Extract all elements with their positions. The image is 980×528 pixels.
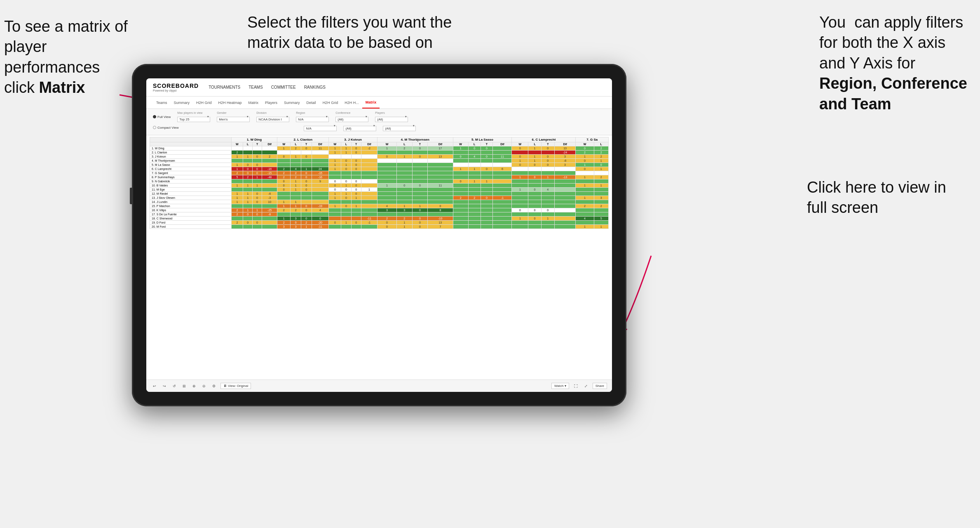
- matrix-cell: [512, 171, 528, 175]
- matrix-cell: [512, 212, 528, 217]
- watch-button[interactable]: Watch ▾: [551, 383, 569, 389]
- zoom-out-btn[interactable]: ⊖: [201, 383, 207, 389]
- sub-nav-h2h-h[interactable]: H2H H...: [341, 97, 362, 108]
- matrix-cell: [468, 151, 481, 155]
- matrix-cell: 1: [329, 196, 341, 200]
- players-select-1[interactable]: (All): [375, 117, 408, 122]
- conference-select-wrap-1: (All): [335, 115, 368, 122]
- annotation-left: To see a matrix ofplayer performances cl…: [4, 16, 132, 98]
- matrix-cell: 1: [397, 221, 413, 225]
- max-players-select[interactable]: Top 25: [177, 117, 210, 122]
- view-compact-radio[interactable]: Compact View: [153, 126, 178, 130]
- matrix-cell: [468, 225, 481, 229]
- matrix-cell: 0: [377, 155, 397, 159]
- division-select[interactable]: NCAA Division I: [256, 117, 289, 122]
- matrix-cell: [512, 192, 528, 196]
- header-col2: 2. L Clanton: [277, 137, 329, 142]
- matrix-cell: [453, 175, 468, 179]
- matrix-cell: [397, 167, 413, 171]
- matrix-cell: [361, 212, 377, 217]
- matrix-cell: 1: [528, 155, 542, 159]
- matrix-cell: 0: [329, 188, 341, 192]
- matrix-cell: 0: [512, 146, 528, 151]
- fullscreen-btn[interactable]: ⤢: [583, 383, 589, 389]
- matrix-cell: [453, 163, 468, 167]
- filter-row-1: Full View Max players in view Top 25 Gen…: [153, 111, 605, 122]
- matrix-cell: [412, 188, 428, 192]
- matrix-cell: [361, 159, 377, 163]
- matrix-cell: [361, 225, 377, 229]
- matrix-cell: 0: [351, 192, 361, 196]
- matrix-cell: [541, 204, 554, 208]
- sub-nav-matrix-left[interactable]: Matrix: [245, 97, 262, 108]
- matrix-cell: 1: [301, 167, 312, 171]
- sub-nav-summary2[interactable]: Summary: [281, 97, 303, 108]
- region-select-2[interactable]: N/A: [304, 126, 337, 131]
- nav-rankings[interactable]: RANKINGS: [304, 84, 326, 90]
- matrix-table-area[interactable]: 1. W Ding 2. L Clanton 3. J Koivun 4. M …: [146, 135, 612, 380]
- conference-select-1[interactable]: (All): [335, 117, 368, 122]
- matrix-cell: [351, 175, 361, 179]
- refresh-btn[interactable]: ↺: [171, 383, 178, 389]
- nav-committee[interactable]: COMMITTEE: [271, 84, 296, 90]
- sub-nav-teams[interactable]: Teams: [153, 97, 171, 108]
- sub-nav-h2h-grid2[interactable]: H2H Grid: [319, 97, 342, 108]
- matrix-cell: [493, 208, 512, 212]
- matrix-cell: [554, 208, 576, 212]
- matrix-cell: [301, 192, 312, 196]
- matrix-cell: [541, 196, 554, 200]
- matrix-cell: [361, 175, 377, 179]
- sub-nav-players[interactable]: Players: [262, 97, 281, 108]
- matrix-cell: 1: [512, 159, 528, 163]
- matrix-cell: [493, 192, 512, 196]
- settings-btn[interactable]: ⚙: [211, 383, 217, 389]
- matrix-cell: 0: [253, 163, 262, 167]
- matrix-cell: [412, 167, 428, 171]
- sub-h-t4: T: [412, 142, 428, 146]
- matrix-cell: 1: [243, 200, 253, 204]
- region-label: Region: [296, 111, 329, 114]
- matrix-cell: 1: [243, 208, 253, 212]
- division-filter: Division NCAA Division I: [256, 111, 289, 122]
- sub-nav-matrix-active[interactable]: Matrix: [362, 97, 380, 108]
- matrix-cell: [493, 146, 512, 151]
- undo-btn[interactable]: ↩: [151, 383, 158, 389]
- matrix-cell: [512, 221, 528, 225]
- region-select-1[interactable]: N/A: [296, 117, 329, 122]
- header-col7: 7. G Sa: [576, 137, 609, 142]
- sub-h-t3: T: [351, 142, 361, 146]
- nav-teams[interactable]: TEAMS: [249, 84, 263, 90]
- gender-select[interactable]: Men's: [217, 117, 250, 122]
- matrix-cell: [361, 208, 377, 212]
- view-full-radio[interactable]: Full View: [153, 115, 171, 119]
- sub-nav-h2h-heatmap[interactable]: H2H Heatmap: [215, 97, 245, 108]
- matrix-cell: 0: [253, 196, 262, 200]
- full-view-label: Full View: [157, 115, 171, 119]
- redo-btn[interactable]: ↪: [161, 383, 168, 389]
- view-label[interactable]: 🖥 View: Original: [220, 383, 251, 389]
- matrix-cell: 0: [541, 163, 554, 167]
- conference-select-2[interactable]: (All): [343, 126, 376, 131]
- matrix-cell: 2: [301, 221, 312, 225]
- players-select-2[interactable]: (All): [383, 126, 416, 131]
- matrix-cell: [397, 163, 413, 167]
- matrix-cell: [528, 167, 542, 171]
- sub-nav-h2h-grid[interactable]: H2H Grid: [193, 97, 215, 108]
- matrix-cell: 2: [291, 175, 301, 179]
- region-filter-2: N/A: [304, 124, 337, 131]
- matrix-cell: [397, 188, 413, 192]
- zoom-in-btn[interactable]: ⊕: [191, 383, 197, 389]
- share-button[interactable]: Share: [593, 383, 607, 389]
- screen-btn[interactable]: ⛶: [572, 383, 579, 389]
- filter-btn[interactable]: ⊞: [181, 383, 188, 389]
- matrix-cell: [277, 196, 291, 200]
- matrix-cell: [541, 212, 554, 217]
- sub-nav-summary[interactable]: Summary: [171, 97, 193, 108]
- table-row: 20. M Ford331-11010711: [150, 225, 609, 229]
- matrix-cell: 1: [528, 159, 542, 163]
- matrix-cell: [312, 212, 329, 217]
- header-col4: 4. M Thorbjornsen: [377, 137, 453, 142]
- matrix-cell: [528, 204, 542, 208]
- sub-nav-detail[interactable]: Detail: [303, 97, 319, 108]
- nav-tournaments[interactable]: TOURNAMENTS: [209, 84, 240, 90]
